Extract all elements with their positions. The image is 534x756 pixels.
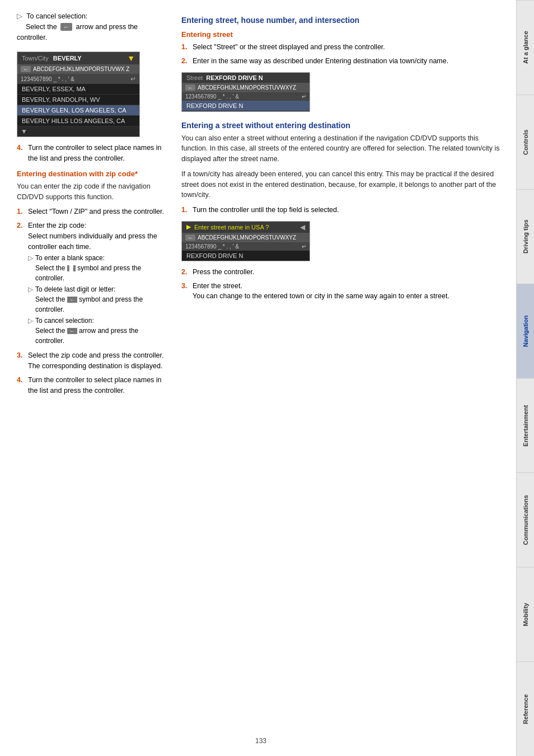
step-text: Enter the zip code: xyxy=(28,220,168,231)
list-item-highlighted: BEVERLY GLEN, LOS ANGELES, CA xyxy=(17,105,139,116)
step-4-town: 4. Turn the controller to select place n… xyxy=(17,143,168,164)
keyboard-letters-street: ABCDEFGHIJKLMNOPORSTUVWXYZ xyxy=(198,84,296,91)
step-text: Select the zip code and press the contro… xyxy=(28,350,168,372)
sidebar-tab-controls[interactable]: Controls xyxy=(517,95,534,189)
step-number: 2. xyxy=(17,220,25,347)
step-number: 3. xyxy=(181,281,189,302)
cancel-arrow-icon: ← xyxy=(60,23,72,31)
sub-text: To enter a blank space:Select the █ symb… xyxy=(35,253,168,283)
zip-step-2: 2. Enter the zip code: Select numbers in… xyxy=(17,220,168,347)
triangle-icon: ▷ xyxy=(28,316,33,346)
step-number: 4. xyxy=(17,375,25,396)
device-label-town: Town/City xyxy=(22,55,49,62)
sidebar-tab-navigation[interactable]: Navigation xyxy=(517,284,534,378)
number-chars-enter: 1234567890 _ * . , ' & xyxy=(185,243,239,250)
list-item-rexford-2: REXFORD DRIVE N xyxy=(182,251,310,261)
no-dest-intro1: You can also enter a street without ente… xyxy=(181,133,505,165)
step-text: Turn the controller to select place name… xyxy=(28,143,168,164)
left-column: ▷ To cancel selection: Select the ← arro… xyxy=(17,11,168,728)
keyboard-row-enter-street: ← ABCDEFGHIJKLMNOPORSTUVWXYZ xyxy=(182,233,310,242)
device-street-rexford: Street REXFORD DRIVE N ← ABCDEFGHIJKLMNO… xyxy=(181,72,310,112)
sub-item-delete: ▷ To delete last digit or letter:Select … xyxy=(28,284,168,314)
number-chars-street: 1234567890 _ * . , ' & xyxy=(185,93,239,100)
cancel-instruction: ▷ To cancel selection: Select the ← arro… xyxy=(17,11,168,43)
back-button-icon: ← xyxy=(185,234,195,241)
step-number: 2. xyxy=(181,56,189,67)
no-dest-step-1: 1. Turn the controller until the top fie… xyxy=(181,205,505,215)
number-row-town: 1234567890 _ * . , ' & ↵ xyxy=(17,74,139,84)
triangle-yellow-icon: ▶ xyxy=(186,223,191,231)
sidebar-tab-entertainment[interactable]: Entertainment xyxy=(517,378,534,473)
step-number: 2. xyxy=(181,267,189,278)
return-icon: ↵ xyxy=(130,75,136,83)
device-header-enter-street: ▶ Enter street name in USA ? ◀ xyxy=(182,222,310,233)
sub-text: To delete last digit or letter:Select th… xyxy=(35,284,168,314)
step-detail: Select numbers individually and press th… xyxy=(28,231,168,252)
entering-street-subtitle: Entering street xyxy=(181,30,505,39)
step-detail: You can change to the entered town or ci… xyxy=(193,291,505,302)
device-enter-street-label: Enter street name in USA ? xyxy=(194,224,269,231)
list-item: BEVERLY, ESSEX, MA xyxy=(17,84,139,95)
device-list-street: REXFORD DRIVE N xyxy=(182,101,310,111)
right-column: Entering street, house number, and inter… xyxy=(181,11,505,728)
cancel-prefix: To cancel selection: xyxy=(26,12,87,20)
device-town-city: Town/City BEVERLY ▼ ← ABCDEFGHIJKLMNOPOR… xyxy=(17,51,140,137)
step-number: 1. xyxy=(181,42,189,53)
step-text: Select "Street" or the street displayed … xyxy=(193,42,505,53)
collapse-arrow-icon: ◀ xyxy=(300,223,305,231)
back-button-icon: ← xyxy=(21,66,31,72)
bullet-triangle: ▷ xyxy=(17,12,22,20)
sub-item-blank: ▷ To enter a blank space:Select the █ sy… xyxy=(28,253,168,283)
sidebar-tab-driving-tips[interactable]: Driving tips xyxy=(517,189,534,284)
cancel-detail: Select the ← arrow and press the control… xyxy=(17,23,138,41)
number-row-street: 1234567890 _ * . , ' & ↵ xyxy=(182,92,310,101)
sidebar-tab-mobility[interactable]: Mobility xyxy=(517,567,534,661)
keyboard-row-town: ← ABCDEFGHIJKLMNOPORSTUVWX Z xyxy=(17,64,139,74)
zip-section-title: Entering destination with zip code* xyxy=(17,170,168,178)
step-text: Turn the controller to select place name… xyxy=(28,375,168,396)
device-list-town: BEVERLY, ESSEX, MA BEVERLY, RANDOLPH, WV… xyxy=(17,84,139,126)
step-text: Press the controller. xyxy=(193,267,505,278)
page-number: 133 xyxy=(17,737,505,745)
back-button-icon: ← xyxy=(185,84,195,91)
device-enter-street: ▶ Enter street name in USA ? ◀ ← ABCDEFG… xyxy=(181,221,310,261)
keyboard-letters: ABCDEFGHIJKLMNOPORSTUVWX Z xyxy=(33,66,129,72)
sidebar-tab-at-a-glance[interactable]: At a glance xyxy=(517,0,534,95)
keyboard-row-street: ← ABCDEFGHIJKLMNOPORSTUVWXYZ xyxy=(182,83,310,92)
keyboard-letters-enter: ABCDEFGHIJKLMNOPORSTUVWXYZ xyxy=(198,234,296,241)
step-number: 4. xyxy=(17,143,25,164)
device-header-town: Town/City BEVERLY ▼ xyxy=(17,52,139,64)
street-section-title: Entering street, house number, and inter… xyxy=(181,16,505,25)
number-chars: 1234567890 _ * . , ' & xyxy=(21,76,74,82)
step-text: Turn the controller until the top field … xyxy=(193,205,505,215)
return-icon-enter: ↵ xyxy=(302,243,306,250)
zip-step-4: 4. Turn the controller to select place n… xyxy=(17,375,168,396)
step-text: Select "Town / ZIP" and press the contro… xyxy=(28,206,168,217)
sidebar-tab-reference[interactable]: Reference xyxy=(517,661,534,756)
sidebar-tab-communications[interactable]: Communications xyxy=(517,472,534,567)
zip-step-3: 3. Select the zip code and press the con… xyxy=(17,350,168,372)
sidebar: At a glance Controls Driving tips Naviga… xyxy=(516,0,534,756)
no-dest-intro2: If a town/city has already been entered,… xyxy=(181,169,505,200)
list-item: BEVERLY HILLS LOS ANGELES, CA xyxy=(17,116,139,126)
no-dest-title: Entering a street without entering desti… xyxy=(181,121,505,130)
step-text: Enter in the same way as described under… xyxy=(193,56,505,67)
two-col-layout: ▷ To cancel selection: Select the ← arro… xyxy=(17,11,505,728)
step-text: Enter the street. xyxy=(193,281,505,292)
device-label-street: Street xyxy=(186,74,203,81)
sub-text: To cancel selection:Select the ← arrow a… xyxy=(35,316,168,346)
street-step-2: 2. Enter in the same way as described un… xyxy=(181,56,505,67)
device-arrow-icon: ▼ xyxy=(127,54,135,63)
device-header-street: Street REXFORD DRIVE N xyxy=(182,73,310,83)
zip-step-1: 1. Select "Town / ZIP" and press the con… xyxy=(17,206,168,217)
return-icon-street: ↵ xyxy=(302,93,306,100)
number-row-enter-street: 1234567890 _ * . , ' & ↵ xyxy=(182,242,310,251)
no-dest-step-2: 2. Press the controller. xyxy=(181,267,505,278)
no-dest-section: Entering a street without entering desti… xyxy=(181,121,505,302)
list-item: BEVERLY, RANDOLPH, WV xyxy=(17,95,139,105)
street-step-1: 1. Select "Street" or the street display… xyxy=(181,42,505,53)
step-content: Enter the zip code: Select numbers indiv… xyxy=(28,220,168,347)
device-value-town: BEVERLY xyxy=(53,55,82,62)
no-dest-step-3: 3. Enter the street. You can change to t… xyxy=(181,281,505,302)
step-number: 1. xyxy=(17,206,25,217)
